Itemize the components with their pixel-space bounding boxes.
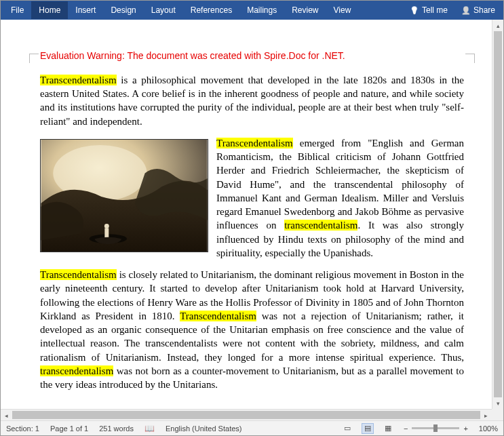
tab-layout[interactable]: Layout	[144, 1, 183, 19]
status-words[interactable]: 251 words	[98, 424, 135, 433]
zoom-thumb[interactable]	[433, 424, 438, 432]
bulb-icon	[410, 5, 419, 15]
share-button[interactable]: Share	[456, 1, 501, 19]
scroll-thumb-h[interactable]	[12, 411, 480, 419]
scroll-down-arrow[interactable]: ▾	[492, 397, 504, 409]
paragraph-2[interactable]: Transcendentalism emerged from "English …	[40, 136, 464, 260]
horizontal-scrollbar[interactable]: ◂ ▸	[1, 409, 492, 420]
tab-home[interactable]: Home	[31, 1, 68, 19]
zoom-out[interactable]: −	[402, 424, 409, 433]
tab-insert[interactable]: Insert	[68, 1, 103, 19]
view-print-layout[interactable]: ▤	[362, 423, 374, 434]
document-area: Evaluation Warning: The document was cre…	[1, 20, 503, 420]
tell-me-label: Tell me	[422, 5, 448, 15]
share-icon	[461, 5, 471, 15]
scroll-track-v[interactable]	[492, 31, 503, 397]
tab-references[interactable]: References	[183, 1, 239, 19]
spellcheck-icon[interactable]: 📖	[143, 424, 156, 433]
zoom-slider[interactable]: − +	[402, 424, 469, 433]
tab-view[interactable]: View	[326, 1, 359, 19]
scroll-track-h[interactable]	[12, 410, 480, 420]
paragraph-1[interactable]: Transcendentalism is a philosophical mov…	[40, 73, 464, 128]
highlight: Transcendentalism	[40, 269, 117, 280]
highlight: transcendentalism	[284, 220, 357, 231]
tab-mailings[interactable]: Mailings	[239, 1, 284, 19]
painting-image	[40, 139, 208, 252]
scroll-up-arrow[interactable]: ▴	[492, 20, 504, 31]
highlight: Transcendentalism	[216, 138, 293, 148]
scroll-corner	[492, 409, 503, 420]
view-web-layout[interactable]: ▦	[382, 423, 394, 434]
evaluation-warning: Evaluation Warning: The document was cre…	[40, 49, 464, 62]
tab-file[interactable]: File	[3, 1, 31, 19]
vertical-scrollbar[interactable]: ▴ ▾	[492, 20, 503, 409]
status-language[interactable]: English (United States)	[164, 424, 244, 433]
status-section[interactable]: Section: 1	[5, 424, 41, 433]
scroll-left-arrow[interactable]: ◂	[1, 410, 12, 421]
highlight: Transcendentalism	[40, 75, 117, 85]
tab-design[interactable]: Design	[103, 1, 143, 19]
svg-point-4	[104, 224, 109, 229]
tab-review[interactable]: Review	[284, 1, 326, 19]
page[interactable]: Evaluation Warning: The document was cre…	[1, 20, 503, 406]
zoom-track[interactable]	[412, 427, 459, 429]
scroll-right-arrow[interactable]: ▸	[480, 410, 492, 421]
text: emerged from "English and German Romanti…	[216, 138, 464, 231]
margin-corner-left	[29, 54, 39, 63]
status-bar: Section: 1 Page 1 of 1 251 words 📖 Engli…	[1, 420, 503, 435]
highlight: Transcendentalism	[180, 311, 256, 321]
share-label: Share	[473, 5, 495, 15]
zoom-level[interactable]: 100%	[478, 424, 499, 433]
ribbon: File Home Insert Design Layout Reference…	[1, 1, 503, 20]
zoom-in[interactable]: +	[462, 424, 469, 433]
tell-me[interactable]: Tell me	[404, 1, 453, 19]
status-page[interactable]: Page 1 of 1	[49, 424, 90, 433]
scroll-thumb-v[interactable]	[494, 31, 502, 397]
paragraph-3[interactable]: Transcendentalism is closely related to …	[40, 268, 464, 391]
highlight: transcendentalism	[40, 365, 113, 376]
view-read-mode[interactable]: ▭	[341, 423, 353, 434]
margin-corner-right	[465, 54, 475, 63]
inline-image[interactable]	[40, 139, 208, 252]
